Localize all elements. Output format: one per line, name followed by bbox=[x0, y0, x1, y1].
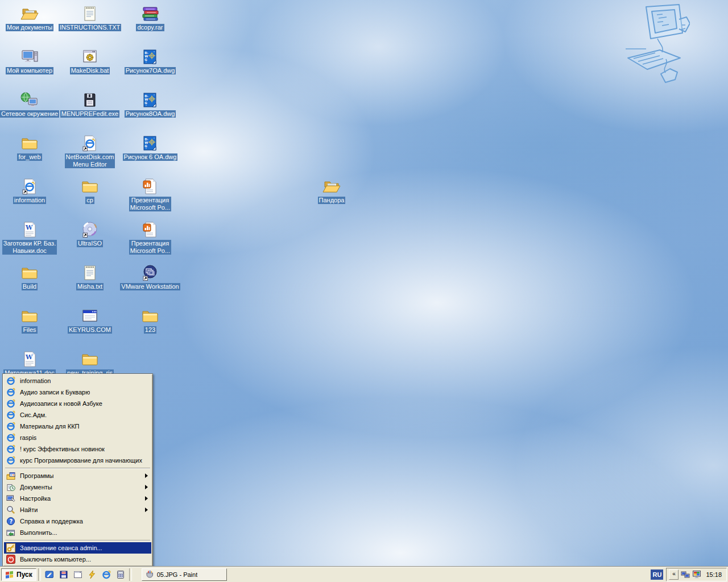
desktop-icon-label: cp bbox=[85, 197, 94, 204]
shutdown-icon bbox=[6, 555, 15, 564]
ieSmall-icon bbox=[6, 433, 15, 442]
submenu-arrow-icon bbox=[145, 508, 148, 512]
desktop-icon-презентация[interactable]: Презентация Microsoft Po... bbox=[119, 177, 181, 211]
help-icon: ? bbox=[6, 517, 15, 526]
desktop-icon-рисунок8oa.dwg[interactable]: DWGРисунок8OA.dwg bbox=[119, 91, 181, 118]
quick-launch-disk-tool[interactable] bbox=[58, 569, 69, 580]
start-menu-item-аудиозаписи-к-новой-азбуке[interactable]: Аудиозаписи к новой Азбуке bbox=[4, 398, 151, 409]
submenu-arrow-icon bbox=[145, 473, 148, 478]
settings-icon bbox=[6, 494, 15, 503]
desktop-icon-рисунок7oa.dwg[interactable]: DWGРисунок7OA.dwg bbox=[119, 48, 181, 74]
start-menu-item-сис.адм.[interactable]: Сис.Адм. bbox=[4, 409, 151, 421]
txt-icon bbox=[81, 264, 99, 282]
desktop-icon-заготовки-кр.-баз.[interactable]: WЗаготовки КР. Баз. Навыки.doc bbox=[0, 221, 61, 255]
start-menu-item-выключить-компьютер...[interactable]: Выключить компьютер... bbox=[4, 554, 151, 565]
start-menu-item-завершение-сеанса-admin...[interactable]: Завершение сеанса admin... bbox=[4, 542, 151, 554]
language-indicator[interactable]: RU bbox=[651, 569, 663, 580]
start-menu-item-найти[interactable]: Найти bbox=[4, 504, 151, 516]
folder-icon bbox=[81, 350, 99, 368]
svg-text:?: ? bbox=[10, 518, 13, 525]
menu-item-label: Справка и поддержка bbox=[20, 518, 83, 525]
start-menu-item-программы[interactable]: Программы bbox=[4, 470, 151, 481]
menu-item-label: Аудиозаписи к новой Азбуке bbox=[20, 400, 102, 407]
network-icon bbox=[20, 91, 39, 109]
key-icon bbox=[6, 543, 15, 552]
desktop-icon-netbootdisk.com[interactable]: NetBootDisk.com Menu Editor bbox=[59, 134, 121, 168]
desktop-icon-instructions.txt[interactable]: INSTRUCTIONS.TXT bbox=[59, 5, 121, 31]
start-menu-item-курс-программирование-для-начинающих[interactable]: курс Программирование для начинающих bbox=[4, 455, 151, 466]
desktop-icon-cp[interactable]: cp bbox=[59, 177, 121, 204]
desktop-icon-misha.txt[interactable]: Misha.txt bbox=[59, 264, 121, 290]
start-menu-item-raspis[interactable]: raspis bbox=[4, 432, 151, 443]
desktop-icon-vmware-workstation[interactable]: VMware Workstation bbox=[119, 264, 181, 290]
display-tray-icon[interactable] bbox=[692, 570, 701, 579]
ieSmall-icon bbox=[6, 422, 15, 431]
menu-item-label: Сис.Адм. bbox=[20, 411, 47, 418]
quick-launch-calculator[interactable] bbox=[115, 569, 126, 580]
menu-item-label: Выключить компьютер... bbox=[20, 556, 91, 563]
ieSmall-icon bbox=[6, 444, 15, 454]
desktop-icon-information[interactable]: information bbox=[0, 177, 61, 204]
desktop-icon-label: Мой компьютер bbox=[6, 67, 53, 74]
start-menu-item-справка-и-поддержка[interactable]: ?Справка и поддержка bbox=[4, 516, 151, 527]
menu-item-label: information bbox=[20, 377, 51, 384]
desktop-icon-мои-документы[interactable]: Мои документы bbox=[0, 5, 61, 31]
desktop-icon-label: for_web bbox=[17, 153, 42, 161]
menu-separator bbox=[4, 466, 151, 470]
desktop-icon-методичка11.doc[interactable]: WМетодичка11.doc bbox=[0, 350, 61, 377]
start-menu-item-information[interactable]: information bbox=[4, 375, 151, 386]
tray-expand-button[interactable]: « bbox=[669, 569, 679, 580]
desktop-icon-мой-компьютер[interactable]: Мой компьютер bbox=[0, 48, 61, 74]
desktop-icon-files[interactable]: Files bbox=[0, 307, 61, 334]
start-menu-item-материалы-для-ккп[interactable]: Материалы для ККП bbox=[4, 421, 151, 432]
floppy-icon bbox=[81, 91, 99, 109]
menu-item-label: Материалы для ККП bbox=[20, 423, 80, 430]
network-tray-icon[interactable] bbox=[681, 570, 690, 579]
start-button[interactable]: Пуск bbox=[1, 568, 36, 581]
programs-icon bbox=[6, 471, 15, 480]
menu-item-label: Завершение сеанса admin... bbox=[20, 544, 102, 551]
start-menu-item-документы[interactable]: Документы bbox=[4, 481, 151, 493]
quick-launch-show-desktop[interactable] bbox=[44, 569, 55, 580]
desktop-icon-label: MENUPREFedit.exe bbox=[60, 110, 119, 118]
system-tray: « 15:18 bbox=[666, 568, 727, 581]
desktop-icon-menuprefedit.exe[interactable]: MENUPREFedit.exe bbox=[59, 91, 121, 118]
desktop-icon-build[interactable]: Build bbox=[0, 264, 61, 290]
taskbar-divider[interactable] bbox=[129, 568, 132, 581]
quick-launch-internet-explorer[interactable] bbox=[101, 569, 112, 580]
dwg-icon: DWG bbox=[141, 134, 159, 152]
quick-launch-lightning-tool[interactable] bbox=[86, 569, 98, 580]
desktop-icon-рисунок-6-oa.dwg[interactable]: DWGРисунок 6 OA.dwg bbox=[119, 134, 181, 161]
desktop-icon-new_training_ris[interactable]: new_training_ris bbox=[59, 350, 121, 377]
desktop-icon-сетевое-окружение[interactable]: Сетевое окружение bbox=[0, 91, 61, 118]
menu-item-label: ! курс Эффективных новинок bbox=[20, 446, 105, 452]
desktop-icon-dcopy.rar[interactable]: dcopy.rar bbox=[119, 5, 181, 31]
run-icon bbox=[6, 528, 15, 537]
ieSmall-icon bbox=[6, 410, 15, 419]
svg-text:G: G bbox=[144, 58, 147, 61]
desktop-icon-пандора[interactable]: Пандора bbox=[300, 177, 363, 204]
start-menu-item-настройка[interactable]: Настройка bbox=[4, 493, 151, 504]
desktop-icon-label: 123 bbox=[144, 326, 156, 334]
desktop: Мои документыINSTRUCTIONS.TXTdcopy.rarМо… bbox=[0, 0, 728, 582]
desktop-icon-makedisk.bat[interactable]: MakeDisk.bat bbox=[59, 48, 121, 74]
start-menu-item-аудио-записи-к-букварю[interactable]: Аудио записи к Букварю bbox=[4, 386, 151, 398]
menu-item-label: Настройка bbox=[20, 495, 51, 502]
paint-icon bbox=[145, 569, 154, 580]
desktop-icon-презентация[interactable]: Презентация Microsoft Po... bbox=[119, 221, 181, 255]
desktop-icon-for_web[interactable]: for_web bbox=[0, 134, 61, 161]
taskbar: Пуск 05.JPG - Paint RU « 15:18 bbox=[0, 567, 728, 582]
task-button-paint[interactable]: 05.JPG - Paint bbox=[142, 568, 227, 581]
desktop-icon-label: Пандора bbox=[318, 197, 346, 204]
start-menu-item-выполнить...[interactable]: Выполнить... bbox=[4, 527, 151, 538]
quick-launch-window-app[interactable] bbox=[72, 569, 84, 580]
desktop-icon-label: Рисунок7OA.dwg bbox=[125, 67, 176, 74]
start-menu-item-!-курс-эффективных-новинок[interactable]: ! курс Эффективных новинок bbox=[4, 443, 151, 455]
desktop-icon-123[interactable]: 123 bbox=[119, 307, 181, 334]
desktop-icon-keyrus.com[interactable]: KEYRUS.COM bbox=[59, 307, 121, 334]
taskbar-divider[interactable] bbox=[38, 568, 41, 581]
desktop-icon-label: Рисунок8OA.dwg bbox=[125, 110, 176, 118]
desktop-icon-label: dcopy.rar bbox=[136, 24, 164, 31]
ppt-icon bbox=[141, 177, 159, 196]
desktop-icon-ultraiso[interactable]: UltraISO bbox=[59, 221, 121, 247]
